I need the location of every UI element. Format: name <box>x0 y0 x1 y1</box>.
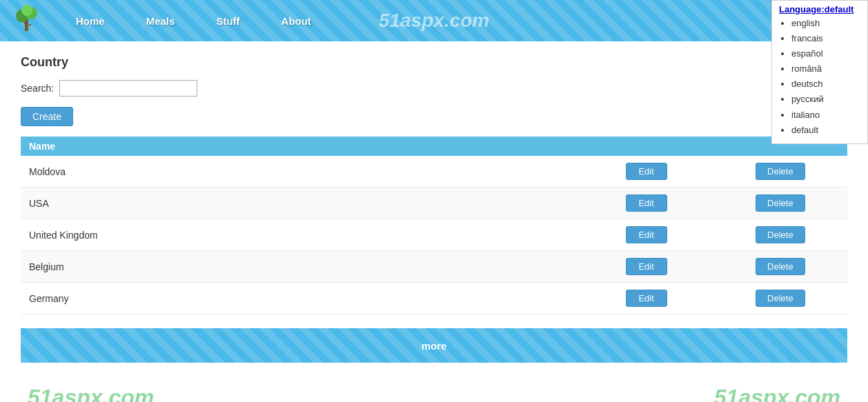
delete-cell: Delete <box>713 283 847 314</box>
footer: 51aspx.com 51aspx.com <box>0 376 868 402</box>
lang-default[interactable]: default <box>791 123 857 138</box>
lang-francais[interactable]: francais <box>791 31 857 46</box>
country-name: Moldova <box>21 156 579 188</box>
logo <box>0 0 55 41</box>
footer-watermark-left: 51aspx.com <box>28 385 154 403</box>
col-name: Name <box>21 137 579 156</box>
country-name: Germany <box>21 283 579 314</box>
nav-home[interactable]: Home <box>55 0 126 41</box>
nav-stuff[interactable]: Stuff <box>195 0 260 41</box>
main-nav: Home Meals Stuff About <box>55 0 332 41</box>
lang-espanol[interactable]: español <box>791 46 857 61</box>
more-bar[interactable]: more <box>21 328 847 363</box>
language-list: english francais español română deutsch … <box>779 16 857 138</box>
lang-english[interactable]: english <box>791 16 857 31</box>
delete-cell: Delete <box>713 251 847 283</box>
edit-cell: Edit <box>579 219 713 251</box>
delete-button[interactable]: Delete <box>756 258 805 275</box>
delete-button[interactable]: Delete <box>756 194 805 212</box>
svg-rect-5 <box>29 24 32 26</box>
nav-about[interactable]: About <box>261 0 332 41</box>
delete-cell: Delete <box>713 219 847 251</box>
search-row: Search: <box>21 80 847 97</box>
lang-russian[interactable]: русский <box>791 92 857 107</box>
language-panel: Language:default english francais españo… <box>771 0 868 144</box>
svg-point-2 <box>21 5 32 16</box>
search-label: Search: <box>21 83 54 94</box>
edit-cell: Edit <box>579 283 713 314</box>
edit-button[interactable]: Edit <box>626 163 667 180</box>
country-name: United Kingdom <box>21 219 579 251</box>
table-row: USAEditDelete <box>21 188 847 219</box>
lang-romana[interactable]: română <box>791 61 857 77</box>
footer-watermark-right: 51aspx.com <box>714 385 840 403</box>
col-edit-header <box>579 137 713 156</box>
country-name: USA <box>21 188 579 219</box>
broccoli-icon <box>10 3 45 38</box>
table-row: MoldovaEditDelete <box>21 156 847 188</box>
delete-cell: Delete <box>713 188 847 219</box>
create-button[interactable]: Create <box>21 107 73 126</box>
table-row: BelgiumEditDelete <box>21 251 847 283</box>
search-input[interactable] <box>59 80 197 97</box>
language-label[interactable]: Language:default <box>779 4 857 14</box>
more-label: more <box>422 340 447 352</box>
delete-cell: Delete <box>713 156 847 188</box>
table-row: United KingdomEditDelete <box>21 219 847 251</box>
edit-cell: Edit <box>579 251 713 283</box>
lang-deutsch[interactable]: deutsch <box>791 77 857 92</box>
main-content: Country Search: Create Name MoldovaEditD… <box>0 41 868 376</box>
header: Home Meals Stuff About 51aspx.com Langua… <box>0 0 868 41</box>
delete-button[interactable]: Delete <box>756 290 805 307</box>
delete-button[interactable]: Delete <box>756 226 805 243</box>
countries-table: Name MoldovaEditDeleteUSAEditDeleteUnite… <box>21 137 847 314</box>
edit-button[interactable]: Edit <box>626 194 667 212</box>
svg-rect-3 <box>25 20 28 31</box>
nav-meals[interactable]: Meals <box>126 0 196 41</box>
edit-cell: Edit <box>579 156 713 188</box>
country-name: Belgium <box>21 251 579 283</box>
table-row: GermanyEditDelete <box>21 283 847 314</box>
delete-button[interactable]: Delete <box>756 163 805 180</box>
table-header: Name <box>21 137 847 156</box>
edit-cell: Edit <box>579 188 713 219</box>
page-title: Country <box>21 55 847 70</box>
lang-italiano[interactable]: italiano <box>791 108 857 123</box>
edit-button[interactable]: Edit <box>626 258 667 275</box>
edit-button[interactable]: Edit <box>626 226 667 243</box>
edit-button[interactable]: Edit <box>626 290 667 307</box>
header-watermark: 51aspx.com <box>379 10 489 32</box>
